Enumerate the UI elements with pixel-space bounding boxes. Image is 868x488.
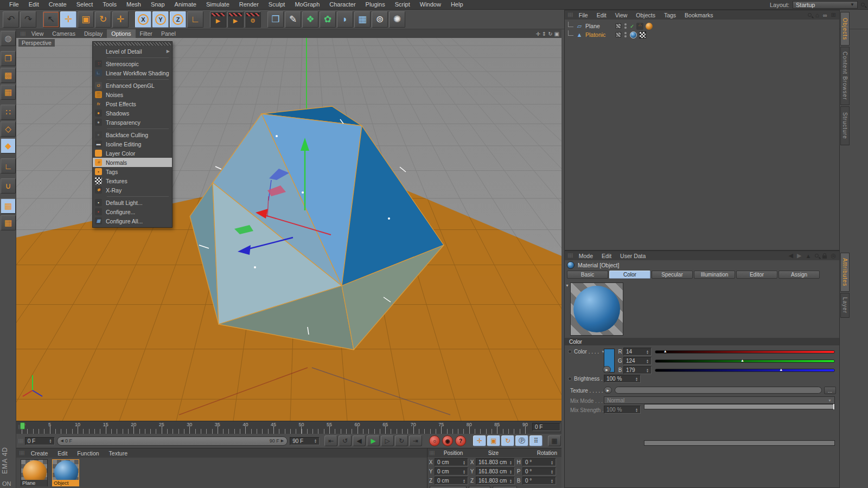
parameter-dot-icon[interactable]	[568, 377, 572, 381]
stepper-icon[interactable]: ▲▼	[551, 470, 553, 474]
material-menu-edit[interactable]: Edit	[53, 450, 72, 457]
menubar-item-mesh[interactable]: Mesh	[122, 0, 146, 9]
menubar-item-plugins[interactable]: Plugins	[361, 0, 390, 9]
lock-workplane-button[interactable]: ▦	[1, 198, 16, 214]
options-item-level-of-detail[interactable]: Level of Detail▶	[93, 47, 172, 56]
attribute-menu-edit[interactable]: Edit	[597, 253, 616, 259]
history-forward-icon[interactable]: ▶	[797, 252, 801, 259]
material-menu-create[interactable]: Create	[26, 450, 53, 457]
viewport-menu-options[interactable]: Options	[107, 29, 135, 38]
color-expand-button[interactable]: ▶	[603, 366, 611, 373]
key-parameter-button[interactable]: Ⓟ	[515, 435, 528, 446]
play-button[interactable]: ▶	[367, 435, 380, 446]
options-item-noises[interactable]: ▒Noises	[93, 90, 172, 99]
coords-field-rotation-p[interactable]: 0 °▲▼	[522, 467, 556, 476]
side-tab-layer[interactable]: Layer	[840, 293, 850, 318]
material-thumbnail-plane[interactable]: Plane	[21, 459, 48, 486]
panel-drag-handle[interactable]: ⣿⣿	[567, 253, 573, 258]
channel-slider-g[interactable]: ▲	[655, 359, 835, 363]
coords-footer-object-rel[interactable]: Object (Rel ▼	[430, 486, 467, 488]
lock-icon[interactable]	[822, 255, 827, 259]
layer-chip-icon[interactable]	[616, 32, 621, 37]
options-item-linear-workflow-shading[interactable]: ∟Linear Workflow Shading	[93, 68, 172, 78]
stepper-icon[interactable]: ▲▼	[509, 479, 512, 483]
menubar-item-select[interactable]: Select	[72, 0, 98, 9]
maximize-view-icon[interactable]: ▣	[554, 31, 559, 37]
pan-view-icon[interactable]: ✛	[535, 31, 540, 37]
stepper-icon[interactable]: ▲▼	[314, 439, 317, 443]
make-editable-button[interactable]: ◍	[1, 31, 16, 46]
add-cube-object-button[interactable]: ❒	[267, 11, 284, 28]
brightness-slider[interactable]	[644, 404, 835, 409]
blue-material-tag-icon[interactable]	[630, 31, 637, 38]
menubar-item-animate[interactable]: Animate	[170, 0, 201, 9]
stepper-icon[interactable]: ▲▼	[509, 470, 512, 474]
layer-chip-icon[interactable]	[616, 23, 621, 29]
menubar-item-character[interactable]: Character	[324, 0, 360, 9]
side-tab-objects[interactable]: Objects	[840, 12, 850, 46]
tab-basic[interactable]: Basic	[567, 271, 608, 279]
keyframe-selection-button[interactable]: ▦	[548, 435, 561, 446]
undo-button[interactable]: ↶	[3, 11, 19, 28]
object-row-platonic[interactable]: ▲Platonic	[565, 30, 839, 39]
object-manager-menu-tags[interactable]: Tags	[660, 12, 680, 18]
history-back-icon[interactable]: ◀	[789, 252, 793, 259]
light-object-button[interactable]: ✺	[389, 11, 405, 28]
visibility-dots[interactable]	[624, 23, 627, 29]
material-thumbnail-object[interactable]: Object	[52, 459, 79, 486]
viewport-menu-panel[interactable]: Panel	[157, 29, 180, 38]
target-icon[interactable]: ◎	[831, 252, 836, 259]
play-backwards-button[interactable]: ↺	[339, 435, 352, 446]
loop-button[interactable]: ↻	[395, 435, 408, 446]
link-icon[interactable]: ∞	[823, 12, 827, 18]
coords-field-rotation-h[interactable]: 0 °▲▼	[522, 458, 556, 466]
visibility-dots[interactable]	[624, 32, 627, 37]
texture-mode-button[interactable]: ▩	[1, 68, 16, 83]
side-tab-attributes[interactable]: Attributes	[840, 253, 850, 292]
edges-mode-button[interactable]: ◇	[1, 121, 16, 137]
stepper-icon[interactable]: ▲▼	[49, 439, 52, 443]
perspective-viewport[interactable]: ⣿⣿ ViewCamerasDisplayOptionsFilterPanel …	[16, 29, 561, 421]
side-tab-content-browser[interactable]: Content Browser	[840, 47, 850, 105]
options-item-transparency[interactable]: ●Transparency	[93, 118, 172, 127]
stepper-icon[interactable]: ▲▼	[463, 470, 465, 474]
render-settings-button[interactable]: ⚙	[245, 11, 261, 28]
slider-handle[interactable]	[833, 404, 834, 409]
brightness-field[interactable]: 100 % ▲▼	[604, 375, 641, 383]
render-picture-viewer-button[interactable]: ▶	[227, 11, 244, 28]
tab-editor[interactable]: Editor	[736, 271, 777, 279]
channel-slider-r[interactable]: ▲	[655, 350, 835, 354]
options-item-normals[interactable]: ✳Normals	[93, 158, 172, 167]
stepper-icon[interactable]: ▲▼	[463, 460, 465, 465]
range-end-field[interactable]: 90 F ▲▼	[290, 437, 320, 445]
options-item-isoline-editing[interactable]: ▬Isoline Editing	[93, 139, 172, 149]
object-manager-menu-bookmarks[interactable]: Bookmarks	[680, 12, 718, 18]
tab-color[interactable]: Color	[609, 271, 650, 279]
panel-drag-handle[interactable]: ⣿⣿	[20, 31, 25, 36]
options-item-enhanced-opengl[interactable]: GEnhanced OpenGL	[93, 81, 172, 90]
stepper-icon[interactable]: ▲▼	[509, 460, 512, 465]
enabled-check-icon[interactable]: ✓	[630, 23, 634, 29]
viewport-camera-label[interactable]: Perspective	[18, 39, 55, 47]
deformer-button[interactable]: ◗	[337, 11, 353, 28]
object-name[interactable]: Platonic	[585, 31, 614, 38]
channel-value-field-g[interactable]: 124▲▼	[623, 357, 652, 365]
object-manager-menu-file[interactable]: File	[575, 12, 592, 18]
polygons-mode-button[interactable]: ◆	[1, 138, 16, 153]
viewport-menu-cameras[interactable]: Cameras	[48, 29, 80, 38]
stepper-icon[interactable]: ▲▼	[646, 359, 649, 363]
home-icon[interactable]: ⌂	[815, 11, 819, 19]
new-panel-icon[interactable]: ⊞	[831, 11, 836, 18]
subdivision-surface-button[interactable]: ❖	[302, 11, 318, 28]
coords-footer-apply[interactable]: Apply ▼	[493, 486, 517, 488]
previous-frame-button[interactable]: ◀	[353, 435, 366, 446]
coordinate-system-button[interactable]: ∟	[187, 11, 203, 28]
enable-axis-button[interactable]: ∟	[1, 158, 16, 174]
coords-field-size-x[interactable]: 161.803 cm▲▼	[476, 458, 515, 466]
material-menu-texture[interactable]: Texture	[104, 450, 132, 457]
channel-value-field-r[interactable]: 14▲▼	[623, 348, 652, 356]
record-keyframe-button[interactable]: ○	[429, 435, 440, 446]
preview-expander-icon[interactable]: ▼	[565, 284, 569, 287]
coords-field-position-x[interactable]: 0 cm▲▼	[435, 458, 468, 466]
goto-start-button[interactable]: ⇤	[324, 435, 337, 446]
